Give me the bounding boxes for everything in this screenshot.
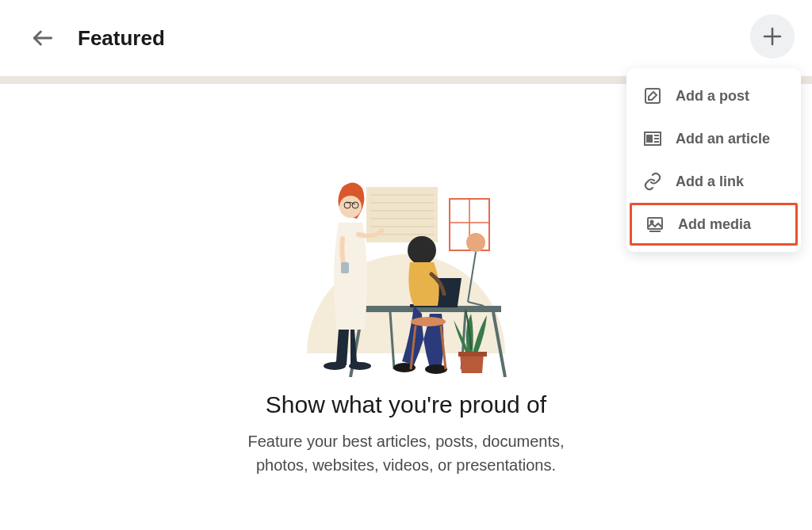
- svg-rect-34: [458, 352, 487, 357]
- svg-point-13: [466, 233, 485, 252]
- link-icon: [642, 171, 663, 192]
- menu-item-label: Add media: [678, 216, 751, 233]
- svg-point-22: [408, 236, 436, 265]
- back-arrow-icon: [30, 25, 56, 51]
- header: Featured: [0, 0, 812, 76]
- menu-item-add-link[interactable]: Add a link: [626, 160, 801, 203]
- plus-icon: [760, 25, 784, 48]
- featured-illustration: [271, 108, 541, 377]
- add-dropdown-menu: Add a post Add an article Add a link: [626, 68, 801, 252]
- menu-item-add-article[interactable]: Add an article: [626, 117, 801, 160]
- menu-item-add-media[interactable]: Add media: [630, 203, 798, 246]
- svg-point-32: [324, 362, 346, 370]
- menu-item-add-post[interactable]: Add a post: [626, 74, 801, 117]
- edit-icon: [642, 86, 663, 106]
- svg-point-24: [425, 364, 447, 374]
- media-icon: [645, 214, 665, 234]
- svg-rect-35: [645, 89, 660, 103]
- empty-state-headline: Show what you're proud of: [266, 391, 546, 418]
- menu-item-label: Add a link: [676, 173, 744, 190]
- menu-item-label: Add a post: [676, 88, 749, 105]
- svg-rect-37: [646, 135, 653, 143]
- article-icon: [642, 128, 663, 149]
- svg-point-33: [349, 362, 371, 370]
- svg-point-25: [411, 317, 446, 326]
- svg-rect-31: [341, 262, 349, 273]
- back-button[interactable]: [24, 19, 62, 57]
- menu-item-label: Add an article: [676, 131, 770, 147]
- add-button[interactable]: [750, 14, 795, 59]
- empty-state-subtext: Feature your best articles, posts, docum…: [232, 429, 580, 477]
- page-title: Featured: [78, 26, 165, 51]
